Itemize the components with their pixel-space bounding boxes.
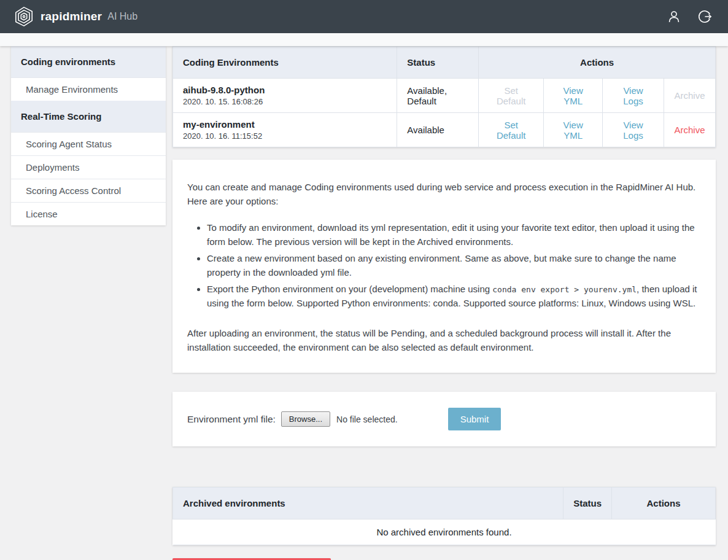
coding-environments-table: Coding Environments Status Actions aihub… bbox=[172, 46, 716, 147]
navbar-shadow-strip bbox=[0, 33, 728, 46]
env-name-cell: aihub-9.8.0-python 2020. 10. 15. 16:08:2… bbox=[173, 79, 397, 113]
submit-button[interactable]: Submit bbox=[448, 408, 501, 430]
no-file-selected-text: No file selected. bbox=[336, 414, 398, 424]
col-header-archived-environments: Archived environments bbox=[173, 488, 563, 519]
browse-file-button[interactable]: Browse... bbox=[281, 411, 330, 427]
archive-action[interactable]: Archive bbox=[664, 113, 715, 147]
info-outro: After uploading an environment, the stat… bbox=[187, 327, 701, 354]
env-date: 2020. 10. 15. 16:08:26 bbox=[183, 97, 387, 106]
info-bullet-list: To modify an environment, download its y… bbox=[187, 221, 701, 310]
sidebar-item-scoring-agent-status[interactable]: Scoring Agent Status bbox=[11, 132, 166, 155]
sidebar-item-manage-environments[interactable]: Manage Environments bbox=[11, 77, 166, 101]
no-archived-environments-text: No archived environments found. bbox=[173, 519, 716, 545]
info-bullet-create: Create a new environment based on any ex… bbox=[207, 252, 701, 279]
archived-header-row: Archived environments Status Actions bbox=[173, 488, 716, 519]
env-name: my-environment bbox=[183, 119, 387, 130]
sidebar-header-coding-environments: Coding environments bbox=[11, 46, 166, 77]
sidebar-item-deployments[interactable]: Deployments bbox=[11, 155, 166, 179]
upload-form-panel: Environment yml file: Browse... No file … bbox=[172, 392, 716, 446]
info-panel: You can create and manage Coding environ… bbox=[172, 160, 716, 373]
env-status: Available, Default bbox=[397, 79, 479, 113]
navbar-right bbox=[667, 9, 712, 24]
archived-empty-row: No archived environments found. bbox=[173, 519, 716, 545]
table-row: my-environment 2020. 10. 16. 11:15:52 Av… bbox=[173, 113, 716, 147]
main-panel: Coding Environments Status Actions aihub… bbox=[172, 46, 716, 560]
view-yml-action[interactable]: View YML bbox=[544, 79, 603, 113]
set-default-action-disabled: Set Default bbox=[479, 79, 544, 113]
archived-section: Archived environments Status Actions No … bbox=[172, 487, 716, 545]
env-name-cell: my-environment 2020. 10. 16. 11:15:52 bbox=[173, 113, 397, 147]
set-default-action[interactable]: Set Default bbox=[479, 113, 544, 147]
product-name: AI Hub bbox=[107, 11, 137, 22]
info-bullet-modify: To modify an environment, download its y… bbox=[207, 221, 701, 249]
user-profile-icon[interactable] bbox=[667, 9, 681, 24]
env-date: 2020. 10. 16. 11:15:52 bbox=[183, 131, 387, 141]
top-navbar: rapidminer AI Hub bbox=[0, 0, 728, 33]
col-header-archived-actions: Actions bbox=[612, 488, 716, 519]
table-row: aihub-9.8.0-python 2020. 10. 15. 16:08:2… bbox=[173, 79, 716, 113]
sidebar-item-scoring-access-control[interactable]: Scoring Access Control bbox=[11, 179, 166, 202]
env-status: Available bbox=[397, 113, 479, 147]
col-header-archived-status: Status bbox=[563, 488, 612, 519]
rapidminer-logo-icon bbox=[14, 6, 34, 27]
conda-command-code: conda env export > yourenv.yml bbox=[492, 285, 637, 294]
logout-icon[interactable] bbox=[697, 9, 712, 24]
col-header-coding-environments: Coding Environments bbox=[173, 47, 397, 79]
brand-name: rapidminer bbox=[41, 10, 102, 23]
view-logs-action[interactable]: View Logs bbox=[603, 79, 664, 113]
content-area: Coding environments Manage Environments … bbox=[0, 46, 728, 560]
yml-file-label: Environment yml file: bbox=[187, 414, 276, 425]
view-logs-action[interactable]: View Logs bbox=[603, 113, 664, 147]
info-intro: You can create and manage Coding environ… bbox=[187, 181, 701, 208]
col-header-status: Status bbox=[397, 47, 479, 79]
env-name: aihub-9.8.0-python bbox=[183, 85, 387, 95]
table-header-row: Coding Environments Status Actions bbox=[173, 47, 716, 79]
view-yml-action[interactable]: View YML bbox=[544, 113, 603, 147]
archive-action-disabled: Archive bbox=[664, 79, 715, 113]
info-bullet-export: Export the Python environment on your (d… bbox=[207, 282, 701, 310]
archived-environments-table: Archived environments Status Actions No … bbox=[172, 487, 716, 545]
sidebar-item-license[interactable]: License bbox=[11, 202, 166, 225]
sidebar-header-real-time-scoring: Real-Time Scoring bbox=[11, 101, 166, 132]
sidebar-nav: Coding environments Manage Environments … bbox=[11, 46, 166, 225]
col-header-actions: Actions bbox=[479, 47, 716, 79]
